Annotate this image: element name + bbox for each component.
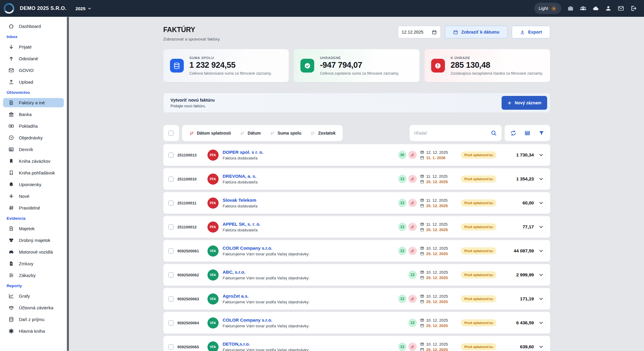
sidebar-item-nove[interactable]: Nové [3, 192, 64, 201]
search-input[interactable] [414, 131, 486, 135]
row-expand-chevron-icon[interactable] [538, 320, 544, 326]
row-expand-chevron-icon[interactable] [538, 200, 544, 206]
sidebar-item-banka[interactable]: Banka [3, 110, 64, 119]
row-expand-chevron-icon[interactable] [538, 344, 544, 350]
sidebar-item-dashboard[interactable]: Dashboard [3, 22, 64, 31]
scrollbar-thumb[interactable] [67, 17, 69, 351]
new-record-button[interactable]: Nový záznam [502, 96, 547, 110]
sort-option-suma-spolu[interactable]: Suma spolu [270, 131, 301, 136]
users-icon[interactable] [580, 5, 586, 12]
attachment-icon[interactable] [408, 247, 417, 255]
sidebar-item-dennik[interactable]: Denník [3, 145, 64, 154]
table-icon[interactable] [524, 130, 530, 136]
sort-option-zostatok[interactable]: Zostatok [310, 131, 335, 136]
sidebar-item-faktury-a-ine[interactable]: Faktúry a iné [3, 98, 64, 107]
sidebar-item-pokladna[interactable]: Pokladňa [3, 121, 64, 131]
invoice-row[interactable]: 9592500062VFAABC, s.r.o.Fakturujeme Vám … [163, 264, 550, 286]
date-due-text: 25. 12. 2025 [426, 323, 448, 328]
calendar-icon[interactable] [432, 30, 437, 35]
sidebar-item-prijate[interactable]: Prijaté [3, 42, 64, 52]
invoice-row[interactable]: 251100011PFASlovak TelekomFaktúra dodáva… [163, 192, 550, 214]
invoice-row[interactable]: 251100012PFAAPPEL SK, s. r. o.Faktúra do… [163, 216, 550, 238]
invoice-row-right: 1310. 12. 202525. 12. 2025Pred splatnosť… [398, 246, 544, 256]
user-icon[interactable] [605, 5, 612, 12]
sidebar-item-motorove-vozidla[interactable]: Motorové vozidlá [3, 247, 64, 257]
sidebar-item-kniha-pohladavok[interactable]: Kniha pohľadávok [3, 168, 64, 177]
sidebar-item-hlavna-kniha[interactable]: Hlavná kniha [3, 326, 64, 336]
attachment-icon[interactable] [408, 151, 417, 159]
row-checkbox[interactable] [168, 225, 174, 230]
sidebar-item-govio[interactable]: GOVIO [3, 66, 64, 75]
invoice-row[interactable]: 251100013PFADOPER spol. s r. o.Faktúra d… [163, 144, 550, 166]
invoice-row[interactable]: 9592500061VFACOLOR Company s.r.o.Fakturu… [163, 240, 550, 262]
search-icon[interactable] [491, 130, 497, 136]
invoice-row[interactable]: 9592500064VFACOLOR Company s.r.o.Fakturu… [163, 312, 550, 334]
date-due-text: 25. 12. 2025 [426, 204, 448, 208]
invoice-row[interactable]: 251100010PFADREVONA, a. s.Faktúra dodáva… [163, 168, 550, 190]
date-input[interactable] [402, 30, 429, 34]
sidebar-item-upload[interactable]: Upload [3, 77, 64, 87]
row-checkbox[interactable] [168, 344, 174, 350]
invoice-name-link[interactable]: COLOR Company s.r.o. [223, 245, 310, 251]
sidebar-scrollbar[interactable] [67, 17, 69, 351]
row-checkbox[interactable] [168, 177, 174, 182]
theme-toggle[interactable]: Light [534, 3, 561, 14]
mail-icon[interactable] [618, 5, 624, 12]
invoice-name-link[interactable]: ABC, s.r.o. [223, 269, 310, 275]
calendar-icon [420, 275, 424, 280]
date-picker[interactable] [398, 26, 441, 38]
sort-option-datum-splatnosti[interactable]: Dátum splatnosti [189, 131, 231, 136]
row-checkbox[interactable] [168, 296, 174, 302]
invoice-dates: 10. 12. 202525. 12. 2025 [420, 318, 456, 328]
cloud-icon[interactable] [592, 5, 599, 12]
attachment-icon[interactable] [408, 199, 417, 207]
sort-option-datum[interactable]: Dátum [240, 131, 261, 136]
invoice-row[interactable]: 9592500065VFADETON,s.r.o.Fakturujeme Vám… [163, 336, 550, 351]
year-switcher[interactable]: 2025 [76, 6, 91, 11]
app-logo[interactable] [3, 2, 15, 14]
invoice-name-link[interactable]: DETON,s.r.o. [223, 341, 310, 347]
attachment-icon[interactable] [408, 175, 417, 183]
row-checkbox[interactable] [168, 201, 174, 206]
row-checkbox[interactable] [168, 320, 174, 326]
row-expand-chevron-icon[interactable] [538, 224, 544, 230]
briefcase-icon[interactable] [567, 5, 574, 12]
sidebar-item-odoslane[interactable]: Odoslané [3, 54, 64, 63]
row-expand-chevron-icon[interactable] [538, 176, 544, 182]
row-checkbox[interactable] [168, 153, 174, 158]
sidebar-item-objednavky[interactable]: Objednávky [3, 133, 64, 142]
sidebar-item-kniha-zavazkov[interactable]: Kniha záväzkov [3, 156, 64, 166]
invoice-row[interactable]: 9592500063VFAAgroZet a.s.Fakturujeme Vám… [163, 288, 550, 310]
status-badge: Pred splatnosťou [461, 247, 497, 254]
attachment-icon[interactable] [408, 295, 417, 303]
sidebar-item-pravidelne[interactable]: Pravidelné [3, 203, 64, 213]
sidebar-item-majetok[interactable]: Majetok [3, 224, 64, 233]
show-to-date-button[interactable]: Zobraziť k dátumu [445, 26, 508, 38]
filter-icon[interactable] [538, 130, 544, 136]
export-button[interactable]: Export [512, 26, 550, 38]
sidebar-item-zmluvy[interactable]: Zmluvy [3, 259, 64, 268]
row-checkbox[interactable] [168, 248, 174, 254]
select-all-checkbox[interactable] [168, 131, 174, 136]
invoice-name-link[interactable]: AgroZet a.s. [223, 293, 310, 299]
sidebar-item-drobny-majetok[interactable]: Drobný majetok [3, 236, 64, 245]
invoice-name-link[interactable]: DOPER spol. s r. o. [223, 150, 264, 155]
attachment-icon[interactable] [408, 343, 417, 351]
invoice-name-link[interactable]: COLOR Company s.r.o. [223, 317, 310, 323]
row-expand-chevron-icon[interactable] [538, 152, 544, 158]
row-expand-chevron-icon[interactable] [538, 272, 544, 278]
sidebar-item-dan-z-prijmu[interactable]: Daň z príjmu [3, 315, 64, 324]
sidebar-item-zakazky[interactable]: Zákazky [3, 271, 64, 280]
sidebar-item-grafy[interactable]: Grafy [3, 291, 64, 301]
attachment-icon[interactable] [408, 223, 417, 231]
row-checkbox[interactable] [168, 272, 174, 278]
invoice-name-link[interactable]: Slovak Telekom [223, 198, 258, 203]
invoice-name-link[interactable]: APPEL SK, s. r. o. [223, 222, 261, 227]
sidebar-item-upomienky[interactable]: Upomienky [3, 180, 64, 189]
sign-out-icon[interactable] [630, 5, 637, 12]
row-expand-chevron-icon[interactable] [538, 296, 544, 302]
invoice-name-link[interactable]: DREVONA, a. s. [223, 174, 258, 179]
sidebar-item-uctovna-zavierka[interactable]: Účtovná závierka [3, 303, 64, 312]
refresh-icon[interactable] [510, 130, 516, 136]
row-expand-chevron-icon[interactable] [538, 248, 544, 254]
